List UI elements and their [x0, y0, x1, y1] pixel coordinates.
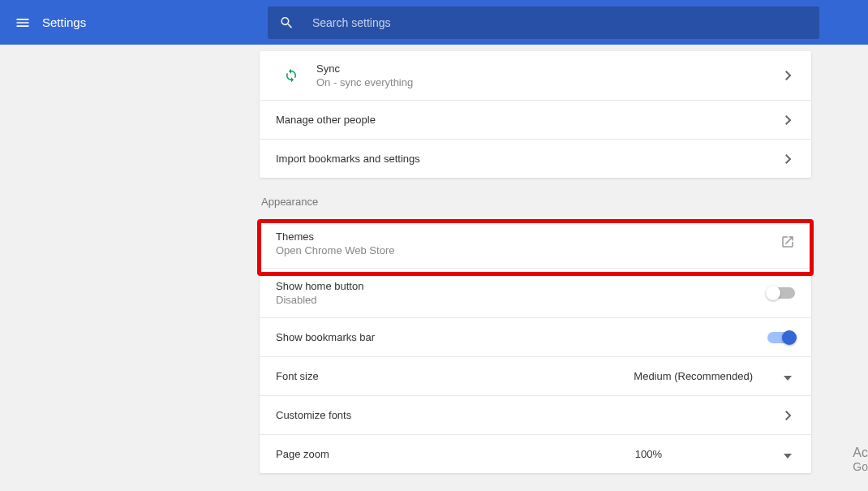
watermark-text: Ac Go	[853, 446, 868, 473]
appearance-card: Themes Open Chrome Web Store Show home b…	[260, 219, 811, 473]
bookmarks-bar-toggle[interactable]	[767, 332, 795, 343]
font-size-row[interactable]: Font size Medium (Recommended)	[260, 356, 811, 395]
header-bar: Settings	[0, 0, 868, 45]
chevron-right-icon	[782, 71, 795, 80]
sync-row[interactable]: Sync On - sync everything	[260, 51, 811, 100]
search-input[interactable]	[312, 16, 808, 29]
search-container[interactable]	[268, 6, 819, 39]
menu-icon[interactable]	[6, 6, 39, 39]
themes-title: Themes	[276, 230, 780, 243]
page-zoom-title: Page zoom	[276, 448, 635, 460]
themes-subtitle: Open Chrome Web Store	[276, 244, 780, 256]
chevron-right-icon	[782, 154, 795, 164]
dropdown-arrow-icon	[784, 369, 792, 384]
external-link-icon	[780, 235, 795, 252]
content-area: Sync On - sync everything Manage other p…	[0, 45, 868, 473]
sync-icon	[276, 68, 316, 83]
bookmarks-bar-row[interactable]: Show bookmarks bar	[260, 317, 811, 356]
dropdown-arrow-icon	[784, 447, 792, 462]
font-size-dropdown[interactable]: Medium (Recommended)	[634, 369, 795, 384]
bookmarks-bar-title: Show bookmarks bar	[276, 331, 767, 343]
chevron-right-icon	[782, 411, 795, 420]
home-button-title: Show home button	[276, 280, 767, 292]
customize-fonts-title: Customize fonts	[276, 409, 782, 421]
page-zoom-value: 100%	[635, 448, 662, 460]
import-bookmarks-title: Import bookmarks and settings	[276, 153, 782, 165]
search-icon	[279, 15, 294, 31]
sync-title: Sync	[316, 62, 782, 75]
customize-fonts-row[interactable]: Customize fonts	[260, 395, 811, 434]
people-card: Sync On - sync everything Manage other p…	[260, 51, 811, 178]
font-size-title: Font size	[276, 370, 634, 382]
page-zoom-dropdown[interactable]: 100%	[635, 447, 795, 462]
themes-row[interactable]: Themes Open Chrome Web Store	[260, 219, 811, 268]
appearance-header: Appearance	[260, 178, 811, 219]
home-button-row[interactable]: Show home button Disabled	[260, 268, 811, 317]
page-title: Settings	[42, 15, 86, 29]
home-button-subtitle: Disabled	[276, 294, 767, 306]
page-zoom-row[interactable]: Page zoom 100%	[260, 434, 811, 473]
import-bookmarks-row[interactable]: Import bookmarks and settings	[260, 139, 811, 178]
font-size-value: Medium (Recommended)	[634, 370, 753, 382]
sync-subtitle: On - sync everything	[316, 76, 782, 88]
chevron-right-icon	[782, 115, 795, 125]
home-button-toggle[interactable]	[767, 287, 795, 299]
manage-people-title: Manage other people	[276, 114, 782, 126]
manage-people-row[interactable]: Manage other people	[260, 100, 811, 139]
